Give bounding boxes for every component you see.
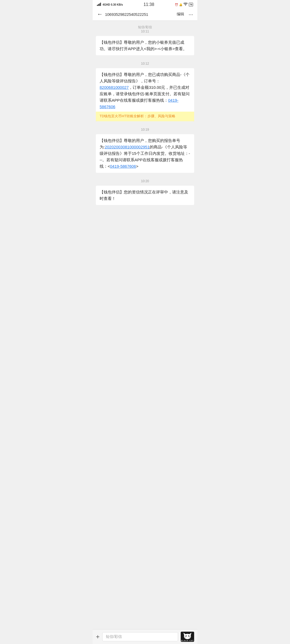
svg-rect-2 xyxy=(99,3,100,6)
ad-overlay: TD钱包至火币HT转账全解析：步骤、风险与策略 xyxy=(96,112,194,121)
message-bubble-3: 【钱包伴侣】尊敬的用户，您购买的报告单号为:202020030810000029… xyxy=(96,134,194,173)
msg2-content: 【钱包伴侣】尊敬的用户，您已成功购买商品-《个人风险等级评估报告》，订单号：82… xyxy=(100,71,190,110)
status-signal: 4GHD 0.30 KB/s xyxy=(97,3,123,6)
sms-type-label: 短信/彩信 xyxy=(93,25,197,30)
message-bubble-4: 【钱包伴侣】您的资信情况正在评审中，请注意及时查看！ xyxy=(96,186,194,205)
speed: 0.30 KB/s xyxy=(111,3,123,6)
more-button[interactable]: ··· xyxy=(189,11,193,17)
msg2-order-link[interactable]: 8200681000027 xyxy=(100,85,129,90)
alarm-icon: ⏰ xyxy=(175,3,178,6)
msg3-phone-link[interactable]: 0419-5867606 xyxy=(110,164,136,169)
msg3-text-end: > xyxy=(136,164,139,169)
status-icons: ⏰ 🔔 76 xyxy=(175,3,193,6)
message-bubble-1: 【钱包伴侣】尊敬的用户，您的小银券充值已成功。请尽快打开APP进入<我的>-<小… xyxy=(96,36,194,55)
status-bar: 4GHD 0.30 KB/s 11:38 ⏰ 🔔 76 xyxy=(93,0,197,8)
back-button[interactable]: ← xyxy=(97,11,103,18)
wifi-icon xyxy=(183,3,188,6)
battery-icon: 76 xyxy=(189,3,193,6)
status-time: 11:38 xyxy=(143,2,154,7)
signal-text xyxy=(97,3,102,6)
message-text-4: 【钱包伴侣】您的资信情况正在评审中，请注意及时查看！ xyxy=(100,190,188,201)
msg3-order-link[interactable]: 20202003081000002951 xyxy=(105,145,150,149)
network-type: 4GHD xyxy=(103,3,110,6)
timestamp-2: 10:12 xyxy=(93,57,197,68)
message-bubble-2: 【钱包伴侣】尊敬的用户，您已成功购买商品-《个人风险等级评估报告》，订单号：82… xyxy=(96,68,194,121)
message-text-1: 【钱包伴侣】尊敬的用户，您的小银券充值已成功。请尽快打开APP进入<我的>-<小… xyxy=(100,40,187,51)
svg-rect-3 xyxy=(100,3,101,6)
message-list: 短信/彩信 10:11 【钱包伴侣】尊敬的用户，您的小银券充值已成功。请尽快打开… xyxy=(93,21,197,229)
bell-icon: 🔔 xyxy=(179,3,182,6)
svg-point-4 xyxy=(185,5,186,6)
svg-rect-0 xyxy=(97,5,98,6)
edit-button[interactable]: 编辑 xyxy=(177,12,184,17)
sms-label-1: 短信/彩信 10:11 xyxy=(93,21,197,36)
timestamp-3: 10:19 xyxy=(93,123,197,134)
msg2-text-before: 【钱包伴侣】尊敬的用户，您已成功购买商品-《个人风险等级评估报告》，订单号： xyxy=(100,72,190,83)
ad-text: TD钱包至火币HT转账全解析：步骤、风险与策略 xyxy=(100,114,175,118)
timestamp-4: 10:20 xyxy=(93,175,197,186)
header: ← 10693529822540522251 编辑 ··· xyxy=(93,8,197,21)
svg-rect-1 xyxy=(98,4,99,6)
conversation-title: 10693529822540522251 xyxy=(105,12,175,17)
timestamp-1: 10:11 xyxy=(93,30,197,33)
